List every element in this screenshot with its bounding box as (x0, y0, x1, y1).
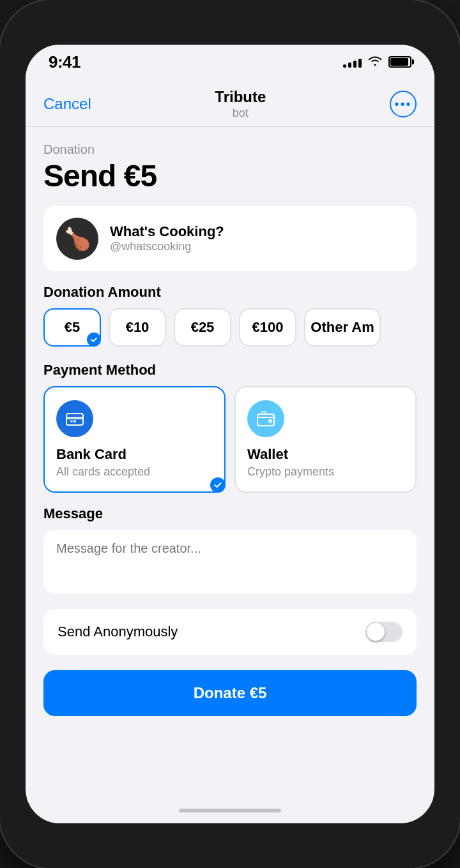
donation-amount-section: Donation Amount €5 €10 €25 (43, 284, 417, 349)
payment-methods-row: Bank Card All cards accepted (43, 386, 417, 493)
status-icons (343, 55, 411, 70)
home-bar (179, 809, 281, 812)
phone-frame: 9:41 (0, 0, 460, 868)
wallet-icon-circle (247, 400, 284, 437)
nav-subtitle: bot (215, 107, 266, 120)
amount-other-button[interactable]: Other Am (304, 308, 381, 347)
bank-card-desc: All cards accepted (56, 465, 213, 479)
svg-point-2 (70, 420, 73, 423)
wallet-name: Wallet (247, 446, 404, 463)
donation-label: Donation (43, 142, 417, 157)
cancel-button[interactable]: Cancel (43, 95, 91, 113)
message-input[interactable] (43, 530, 417, 594)
svg-point-5 (268, 419, 272, 423)
battery-icon (388, 56, 411, 68)
toggle-knob (367, 623, 385, 641)
svg-rect-1 (66, 417, 83, 419)
wallet-desc: Crypto payments (247, 465, 404, 479)
phone-screen: 9:41 (26, 45, 434, 823)
anonymous-label: Send Anonymously (57, 624, 178, 640)
more-options-button[interactable]: ••• (390, 91, 417, 117)
anonymous-toggle[interactable] (365, 622, 402, 642)
payment-method-label: Payment Method (43, 362, 417, 378)
nav-bar: Cancel Tribute bot ••• (26, 79, 434, 127)
anonymous-row: Send Anonymously (43, 609, 417, 655)
creator-card: 🍗 What's Cooking? @whatscooking (43, 206, 417, 271)
amount-row: €5 €10 €25 €100 Other A (43, 308, 417, 349)
bank-card-icon-circle (56, 400, 93, 437)
bank-card-name: Bank Card (56, 446, 213, 463)
more-dots-icon: ••• (394, 98, 411, 110)
scroll-area: Donation Send €5 🍗 What's Cooking? @what… (26, 127, 434, 798)
status-bar: 9:41 (26, 45, 434, 79)
avatar: 🍗 (56, 218, 98, 260)
home-indicator (26, 798, 434, 823)
bank-card-checkmark (210, 477, 226, 493)
donate-button[interactable]: Donate €5 (43, 670, 417, 716)
nav-title-group: Tribute bot (215, 88, 266, 120)
creator-name: What's Cooking? (110, 223, 224, 240)
amount-100-button[interactable]: €100 (239, 308, 296, 347)
message-label: Message (43, 505, 417, 522)
amount-25-button[interactable]: €25 (174, 308, 231, 347)
donation-title: Send €5 (43, 160, 417, 193)
svg-point-3 (73, 420, 76, 423)
amount-10-button[interactable]: €10 (109, 308, 166, 347)
amount-5-button[interactable]: €5 (43, 308, 101, 347)
nav-title: Tribute (215, 88, 266, 107)
signal-icon (343, 56, 362, 68)
donation-heading: Donation Send €5 (43, 142, 417, 193)
creator-handle: @whatscooking (110, 240, 224, 253)
payment-method-section: Payment Method Bank Card (43, 362, 417, 493)
selected-checkmark (87, 333, 101, 347)
wallet-option[interactable]: Wallet Crypto payments (234, 386, 417, 493)
status-time: 9:41 (49, 52, 80, 72)
creator-info: What's Cooking? @whatscooking (110, 223, 224, 253)
bank-card-option[interactable]: Bank Card All cards accepted (43, 386, 226, 493)
message-section: Message (43, 505, 417, 596)
donation-amount-label: Donation Amount (43, 284, 417, 301)
wifi-icon (368, 55, 382, 70)
